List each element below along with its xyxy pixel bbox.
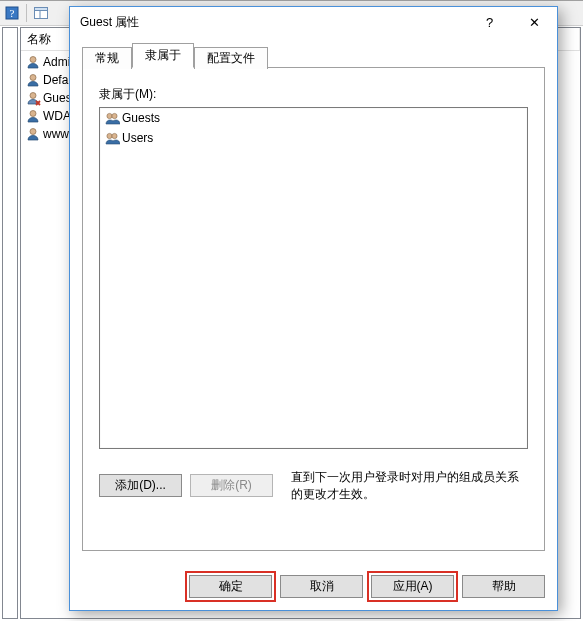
context-help-button[interactable]: ? xyxy=(467,7,512,37)
remove-button: 删除(R) xyxy=(190,474,273,497)
button-label: 确定 xyxy=(219,578,243,595)
help-toolbar-icon[interactable]: ? xyxy=(2,3,22,23)
tab-memberof[interactable]: 隶属于 xyxy=(132,43,194,68)
svg-rect-3 xyxy=(35,8,48,11)
group-name: Users xyxy=(122,131,153,145)
dialog-body: 常规 隶属于 配置文件 隶属于(M): xyxy=(70,37,557,563)
svg-point-13 xyxy=(112,133,117,138)
list-item-label: WDA xyxy=(41,109,71,123)
help-button[interactable]: 帮助 xyxy=(462,575,545,598)
user-icon xyxy=(25,126,41,142)
user-icon xyxy=(25,54,41,70)
tab-label: 常规 xyxy=(95,51,119,65)
column-name-label: 名称 xyxy=(27,31,51,48)
svg-point-9 xyxy=(30,129,36,135)
ok-button[interactable]: 确定 xyxy=(189,575,272,598)
svg-point-8 xyxy=(30,111,36,117)
svg-point-7 xyxy=(30,93,36,99)
dialog-title: Guest 属性 xyxy=(80,14,467,31)
add-remove-row: 添加(D)... 删除(R) 直到下一次用户登录时对用户的组成员关系的更改才生效… xyxy=(99,469,528,503)
user-icon xyxy=(25,108,41,124)
list-item[interactable]: Users xyxy=(100,128,527,148)
svg-point-12 xyxy=(107,133,112,138)
tab-general[interactable]: 常规 xyxy=(82,47,132,69)
group-icon xyxy=(104,110,122,126)
svg-point-10 xyxy=(107,113,112,118)
list-item-label: Defa xyxy=(41,73,68,87)
properties-dialog: Guest 属性 ? ✕ 常规 隶属于 配置文件 隶属于(M): xyxy=(69,6,558,611)
close-button[interactable]: ✕ xyxy=(512,7,557,37)
logon-note: 直到下一次用户登录时对用户的组成员关系的更改才生效。 xyxy=(281,469,528,503)
list-item-label: www. xyxy=(41,127,72,141)
button-label: 取消 xyxy=(310,578,334,595)
view-toolbar-icon[interactable] xyxy=(31,3,51,23)
cancel-button[interactable]: 取消 xyxy=(280,575,363,598)
group-name: Guests xyxy=(122,111,160,125)
group-icon xyxy=(104,130,122,146)
list-item[interactable]: Guests xyxy=(100,108,527,128)
button-label: 添加(D)... xyxy=(115,477,166,494)
apply-button[interactable]: 应用(A) xyxy=(371,575,454,598)
tabstrip: 常规 隶属于 配置文件 xyxy=(82,43,545,67)
list-item-label: Gues xyxy=(41,91,72,105)
memberof-list[interactable]: Guests Users xyxy=(99,107,528,449)
add-button[interactable]: 添加(D)... xyxy=(99,474,182,497)
user-icon xyxy=(25,72,41,88)
titlebar[interactable]: Guest 属性 ? ✕ xyxy=(70,7,557,37)
memberof-label: 隶属于(M): xyxy=(99,86,528,103)
tab-label: 配置文件 xyxy=(207,51,255,65)
button-label: 帮助 xyxy=(492,578,516,595)
help-icon: ? xyxy=(486,15,493,30)
tab-label: 隶属于 xyxy=(145,48,181,62)
button-label: 应用(A) xyxy=(393,578,433,595)
tab-profile[interactable]: 配置文件 xyxy=(194,47,268,69)
button-label: 删除(R) xyxy=(211,477,252,494)
svg-text:?: ? xyxy=(10,7,15,19)
user-disabled-icon xyxy=(25,90,41,106)
toolbar-separator xyxy=(26,4,27,22)
close-icon: ✕ xyxy=(529,15,540,30)
svg-point-11 xyxy=(112,113,117,118)
svg-point-6 xyxy=(30,75,36,81)
titlebar-buttons: ? ✕ xyxy=(467,7,557,37)
svg-point-5 xyxy=(30,57,36,63)
tabpanel-memberof: 隶属于(M): Guests xyxy=(82,67,545,551)
list-item-label: Admi xyxy=(41,55,70,69)
tree-pane[interactable] xyxy=(2,27,18,619)
dialog-footer: 确定 取消 应用(A) 帮助 xyxy=(70,563,557,610)
